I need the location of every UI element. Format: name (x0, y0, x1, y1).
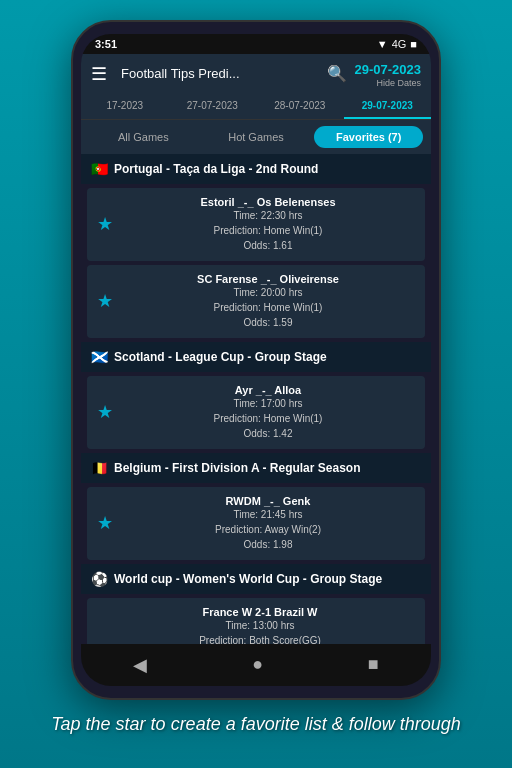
tab-favorites[interactable]: Favorites (7) (314, 126, 423, 148)
match-item: ★ Estoril _-_ Os Belenenses Time: 22:30 … (87, 188, 425, 261)
match-info: Time: 20:00 hrs Prediction: Home Win(1) … (121, 285, 415, 330)
match-time: Time: 22:30 hrs (121, 208, 415, 223)
menu-icon[interactable]: ☰ (91, 63, 107, 85)
recent-button[interactable]: ■ (368, 654, 379, 675)
match-teams: Estoril _-_ Os Belenenses (121, 196, 415, 208)
wifi-icon: ▼ (377, 38, 388, 50)
match-info: Time: 21:45 hrs Prediction: Away Win(2) … (121, 507, 415, 552)
phone-screen: 3:51 ▼ 4G ■ ☰ Football Tips Predi... 🔍 2… (81, 34, 431, 686)
header-date: 29-07-2023 (355, 62, 422, 77)
match-details: Ayr _-_ Alloa Time: 17:00 hrs Prediction… (121, 384, 415, 441)
league-header-portugal: 🇵🇹 Portugal - Taça da Liga - 2nd Round (81, 154, 431, 184)
league-header-belgium: 🇧🇪 Belgium - First Division A - Regular … (81, 453, 431, 483)
match-time: Time: 17:00 hrs (121, 396, 415, 411)
date-tab-3[interactable]: 29-07-2023 (344, 94, 432, 119)
match-time: Time: 21:45 hrs (121, 507, 415, 522)
belgium-league-name: Belgium - First Division A - Regular Sea… (114, 461, 361, 475)
match-teams: France W 2-1 Brazil W (121, 606, 399, 618)
date-tab-1[interactable]: 27-07-2023 (169, 94, 257, 119)
app-title: Football Tips Predi... (121, 66, 319, 81)
status-icons: ▼ 4G ■ (377, 38, 417, 50)
tab-all-games[interactable]: All Games (89, 126, 198, 148)
match-prediction: Prediction: Home Win(1) (121, 223, 415, 238)
match-time: Time: 13:00 hrs (121, 618, 399, 633)
league-header-worldcup: ⚽ World cup - Women's World Cup - Group … (81, 564, 431, 594)
back-button[interactable]: ◀ (133, 654, 147, 676)
favorite-star-icon[interactable]: ★ (97, 213, 113, 235)
favorite-star-icon[interactable]: ★ (97, 290, 113, 312)
battery-icon: ■ (410, 38, 417, 50)
match-details: RWDM _-_ Genk Time: 21:45 hrs Prediction… (121, 495, 415, 552)
league-header-scotland: 🏴󠁧󠁢󠁳󠁣󠁴󠁿 Scotland - League Cup - Group St… (81, 342, 431, 372)
home-button[interactable]: ● (252, 654, 263, 675)
match-odds: Odds: 1.98 (121, 537, 415, 552)
match-prediction: Prediction: Both Score(GG) (121, 633, 399, 644)
match-odds: Odds: 1.42 (121, 426, 415, 441)
status-bar: 3:51 ▼ 4G ■ (81, 34, 431, 54)
app-header: ☰ Football Tips Predi... 🔍 29-07-2023 Hi… (81, 54, 431, 94)
match-item: ★ RWDM _-_ Genk Time: 21:45 hrs Predicti… (87, 487, 425, 560)
date-tabs: 17-2023 27-07-2023 28-07-2023 29-07-2023 (81, 94, 431, 120)
worldcup-league-name: World cup - Women's World Cup - Group St… (114, 572, 382, 586)
status-time: 3:51 (95, 38, 117, 50)
scotland-league-name: Scotland - League Cup - Group Stage (114, 350, 327, 364)
match-prediction: Prediction: Home Win(1) (121, 411, 415, 426)
worldcup-flag-icon: ⚽ (91, 571, 108, 587)
search-icon[interactable]: 🔍 (327, 64, 347, 83)
match-info: Time: 17:00 hrs Prediction: Home Win(1) … (121, 396, 415, 441)
hide-dates-label[interactable]: Hide Dates (355, 78, 422, 88)
match-item: ★ France W 2-1 Brazil W Time: 13:00 hrs … (87, 598, 425, 644)
signal-icon: 4G (392, 38, 407, 50)
match-prediction: Prediction: Away Win(2) (121, 522, 415, 537)
match-odds: Odds: 1.59 (121, 315, 415, 330)
game-type-tabs: All Games Hot Games Favorites (7) (81, 120, 431, 154)
match-item: ★ Ayr _-_ Alloa Time: 17:00 hrs Predicti… (87, 376, 425, 449)
match-teams: RWDM _-_ Genk (121, 495, 415, 507)
scotland-flag-icon: 🏴󠁧󠁢󠁳󠁣󠁴󠁿 (91, 349, 108, 365)
bottom-navigation: ◀ ● ■ (81, 644, 431, 686)
match-details: France W 2-1 Brazil W Time: 13:00 hrs Pr… (121, 606, 399, 644)
date-tab-2[interactable]: 28-07-2023 (256, 94, 344, 119)
match-prediction: Prediction: Home Win(1) (121, 300, 415, 315)
match-info: Time: 13:00 hrs Prediction: Both Score(G… (121, 618, 399, 644)
match-odds: Odds: 1.61 (121, 238, 415, 253)
match-teams: SC Farense _-_ Oliveirense (121, 273, 415, 285)
belgium-flag-icon: 🇧🇪 (91, 460, 108, 476)
favorite-star-icon[interactable]: ★ (97, 512, 113, 534)
content-area: 🇵🇹 Portugal - Taça da Liga - 2nd Round ★… (81, 154, 431, 644)
tab-hot-games[interactable]: Hot Games (202, 126, 311, 148)
match-item: ★ SC Farense _-_ Oliveirense Time: 20:00… (87, 265, 425, 338)
match-info: Time: 22:30 hrs Prediction: Home Win(1) … (121, 208, 415, 253)
match-details: Estoril _-_ Os Belenenses Time: 22:30 hr… (121, 196, 415, 253)
phone-device: 3:51 ▼ 4G ■ ☰ Football Tips Predi... 🔍 2… (71, 20, 441, 700)
portugal-flag-icon: 🇵🇹 (91, 161, 108, 177)
footer-text: Tap the star to create a favorite list &… (31, 700, 481, 749)
favorite-star-icon[interactable]: ★ (97, 401, 113, 423)
date-tab-0[interactable]: 17-2023 (81, 94, 169, 119)
match-time: Time: 20:00 hrs (121, 285, 415, 300)
portugal-league-name: Portugal - Taça da Liga - 2nd Round (114, 162, 318, 176)
match-details: SC Farense _-_ Oliveirense Time: 20:00 h… (121, 273, 415, 330)
match-teams: Ayr _-_ Alloa (121, 384, 415, 396)
header-date-section: 29-07-2023 Hide Dates (355, 60, 422, 88)
